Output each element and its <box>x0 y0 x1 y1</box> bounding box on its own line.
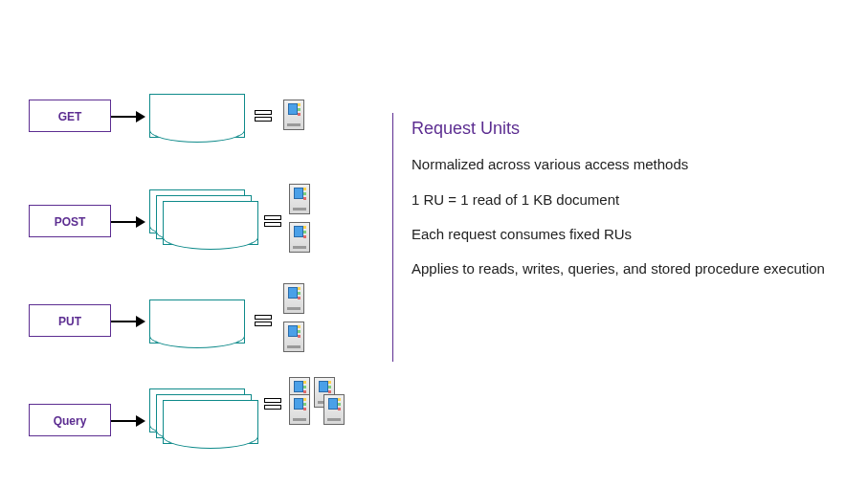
server-icon <box>323 394 345 425</box>
server-icon <box>283 283 304 314</box>
equals-icon <box>264 398 281 411</box>
op-box-put: PUT <box>29 304 111 337</box>
arrow-icon <box>111 110 145 123</box>
server-icon <box>289 184 310 214</box>
row-get: GET <box>29 94 383 161</box>
row-query: Query <box>29 383 383 459</box>
row-post: POST <box>29 184 383 260</box>
vertical-divider <box>392 113 393 362</box>
desc-line-2: 1 RU = 1 read of 1 KB document <box>412 190 833 210</box>
arrow-icon <box>111 414 145 428</box>
operations-diagram: GET POST PUT Query <box>29 94 383 482</box>
server-icon <box>283 322 304 352</box>
desc-line-1: Normalized across various access methods <box>412 155 833 174</box>
server-icon <box>289 222 310 253</box>
equals-icon <box>255 110 272 123</box>
op-box-query: Query <box>29 404 111 436</box>
arrow-icon <box>111 315 145 328</box>
row-put: PUT <box>29 283 383 360</box>
desc-line-3: Each request consumes fixed RUs <box>412 225 833 244</box>
server-icon <box>289 394 310 425</box>
equals-icon <box>264 215 281 229</box>
equals-icon <box>255 315 272 328</box>
description-panel: Request Units Normalized across various … <box>412 117 833 294</box>
server-icon <box>283 100 304 130</box>
document-icon <box>149 94 245 138</box>
heading-request-units: Request Units <box>412 117 833 140</box>
arrow-icon <box>111 215 145 229</box>
op-box-get: GET <box>29 100 111 132</box>
document-icon <box>149 299 245 344</box>
desc-line-4: Applies to reads, writes, queries, and s… <box>412 259 833 278</box>
op-box-post: POST <box>29 205 111 237</box>
